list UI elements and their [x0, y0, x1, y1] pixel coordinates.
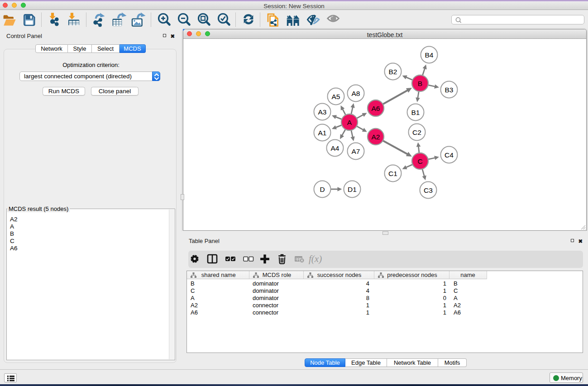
svg-text:A4: A4: [331, 144, 339, 152]
svg-text:D1: D1: [348, 186, 357, 193]
svg-text:D: D: [320, 186, 325, 193]
svg-text:C: C: [417, 157, 422, 165]
svg-text:C1: C1: [388, 170, 397, 177]
svg-text:B1: B1: [411, 109, 420, 116]
svg-text:A1: A1: [318, 129, 327, 137]
svg-text:B3: B3: [445, 86, 454, 94]
svg-text:f(x): f(x): [309, 253, 322, 264]
svg-text:B: B: [418, 80, 422, 87]
svg-text:A2: A2: [372, 133, 380, 141]
svg-text:A3: A3: [318, 108, 327, 116]
svg-text:A6: A6: [372, 105, 380, 112]
svg-text:C2: C2: [412, 129, 421, 136]
svg-text:B4: B4: [425, 51, 434, 59]
svg-text:C3: C3: [424, 186, 433, 194]
svg-text:A5: A5: [332, 93, 340, 100]
svg-text:A7: A7: [352, 148, 360, 155]
svg-text:B2: B2: [389, 68, 397, 76]
svg-text:A: A: [347, 119, 352, 126]
svg-text:C4: C4: [445, 151, 454, 159]
svg-text:A8: A8: [352, 90, 360, 97]
